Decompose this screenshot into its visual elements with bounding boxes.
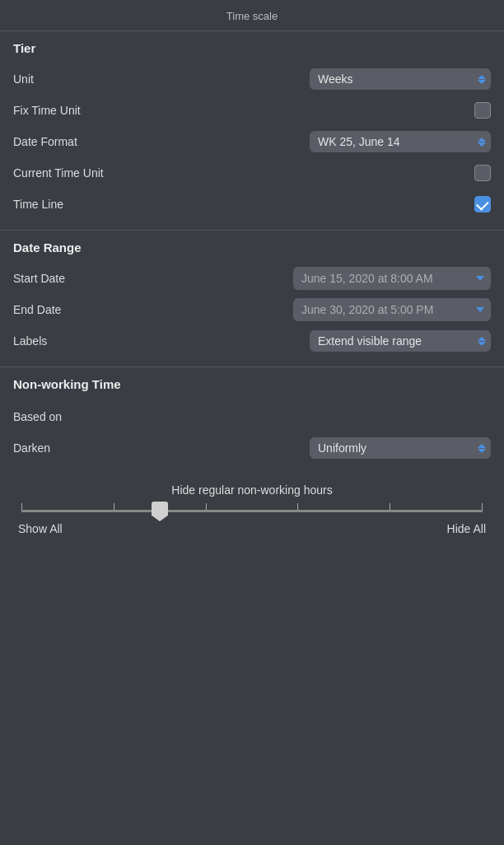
fix-time-unit-checkbox[interactable]: [474, 102, 491, 119]
date-range-heading: Date Range: [13, 240, 491, 254]
darken-label: Darken: [13, 441, 50, 455]
tier-section: Tier Unit Weeks Days Hours Minutes Fix T…: [0, 31, 504, 231]
fix-time-unit-label: Fix Time Unit: [13, 104, 81, 117]
non-working-time-heading: Non-working Time: [13, 377, 491, 391]
time-line-checkbox[interactable]: [474, 196, 491, 212]
time-line-row: Time Line: [13, 189, 491, 220]
start-date-select[interactable]: June 15, 2020 at 8:00 AM: [293, 267, 491, 290]
date-format-select[interactable]: WK 25, June 14 DD/MM/YYYY MM/DD/YYYY: [310, 131, 491, 152]
unit-select[interactable]: Weeks Days Hours Minutes: [310, 68, 491, 90]
time-line-label: Time Line: [13, 198, 63, 211]
non-working-time-section: Non-working Time Based on Darken Uniform…: [0, 367, 504, 474]
unit-select-wrapper: Weeks Days Hours Minutes: [310, 68, 491, 90]
unit-row: Unit Weeks Days Hours Minutes: [13, 63, 491, 95]
hide-all-button[interactable]: Hide All: [447, 522, 486, 535]
slider-track: [21, 510, 483, 512]
labels-label: Labels: [13, 334, 47, 348]
darken-select[interactable]: Uniformly By calendar Custom: [310, 437, 491, 459]
labels-select-wrapper: Extend visible range Clip to range Hide …: [310, 330, 491, 352]
unit-label: Unit: [13, 72, 34, 86]
start-date-row: Start Date June 15, 2020 at 8:00 AM: [13, 263, 491, 294]
date-range-section: Date Range Start Date June 15, 2020 at 8…: [0, 231, 504, 367]
show-all-button[interactable]: Show All: [18, 522, 63, 535]
end-date-row: End Date June 30, 2020 at 5:00 PM: [13, 294, 491, 325]
start-date-select-wrapper: June 15, 2020 at 8:00 AM: [293, 267, 491, 290]
start-date-label: Start Date: [13, 272, 65, 285]
slider-footer: Show All Hide All: [13, 522, 491, 535]
labels-select[interactable]: Extend visible range Clip to range Hide …: [310, 330, 491, 352]
current-time-unit-label: Current Time Unit: [13, 166, 104, 180]
date-format-label: Date Format: [13, 135, 77, 148]
slider-container: [13, 510, 491, 512]
fix-time-unit-row: Fix Time Unit: [13, 95, 491, 126]
end-date-label: End Date: [13, 303, 61, 316]
end-date-select[interactable]: June 30, 2020 at 5:00 PM: [293, 298, 491, 321]
slider-title: Hide regular non-working hours: [13, 483, 491, 497]
slider-thumb[interactable]: [152, 502, 168, 521]
date-format-row: Date Format WK 25, June 14 DD/MM/YYYY MM…: [13, 126, 491, 157]
based-on-label: Based on: [13, 410, 62, 423]
labels-row: Labels Extend visible range Clip to rang…: [13, 325, 491, 357]
panel-title: Time scale: [0, 0, 504, 31]
end-date-select-wrapper: June 30, 2020 at 5:00 PM: [293, 298, 491, 321]
current-time-unit-checkbox[interactable]: [474, 165, 491, 181]
darken-select-wrapper: Uniformly By calendar Custom: [310, 437, 491, 459]
tier-heading: Tier: [13, 41, 491, 55]
date-format-select-wrapper: WK 25, June 14 DD/MM/YYYY MM/DD/YYYY: [310, 131, 491, 152]
current-time-unit-row: Current Time Unit: [13, 157, 491, 189]
slider-section: Hide regular non-working hours Show All …: [0, 474, 504, 549]
darken-row: Darken Uniformly By calendar Custom: [13, 432, 491, 464]
based-on-row: Based on: [13, 401, 491, 432]
